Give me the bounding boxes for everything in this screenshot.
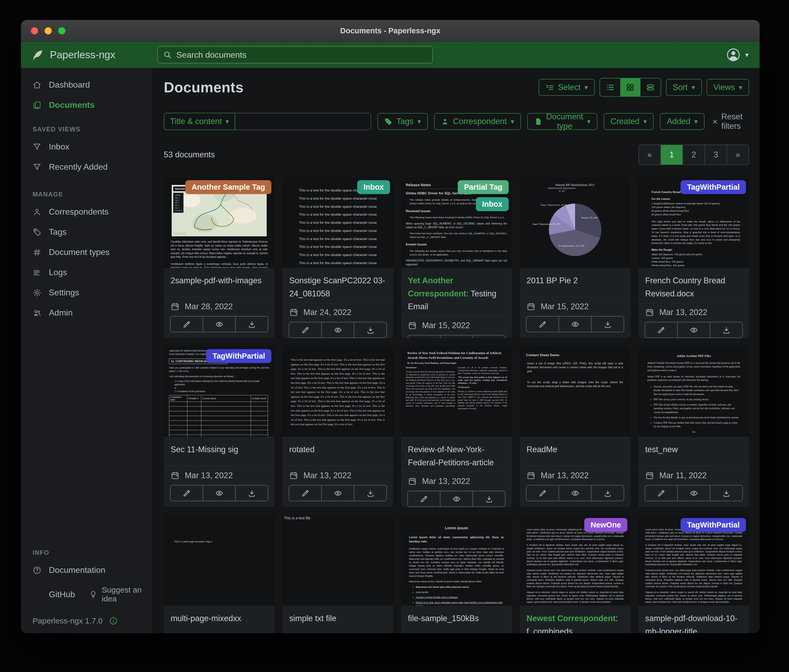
edit-document-button[interactable] <box>645 485 678 501</box>
download-document-button[interactable] <box>236 485 268 501</box>
card-thumbnail[interactable]: This is a test file. <box>283 515 393 606</box>
card-thumbnail[interactable]: This is a test for the double space char… <box>283 177 393 268</box>
view-document-button[interactable] <box>678 485 710 501</box>
view-document-button[interactable] <box>322 485 355 501</box>
edit-document-button[interactable] <box>407 491 441 507</box>
card-title[interactable]: test_new <box>638 437 749 466</box>
zoom-window-button[interactable] <box>58 27 65 34</box>
tag-badge[interactable]: Partial Tag <box>458 180 509 194</box>
card-title[interactable]: Yet Another Correspondent: Testing Email <box>401 268 512 316</box>
card-thumbnail[interactable]: Boundary Waters TripLegend Day 1 Day 2 D… <box>164 177 275 268</box>
card-correspondent[interactable]: Yet Another Correspondent <box>408 276 466 298</box>
page-3[interactable]: 3 <box>704 145 727 164</box>
filter-document-type-button[interactable]: Document type▾ <box>527 113 597 130</box>
view-document-button[interactable] <box>441 491 473 507</box>
document-card[interactable]: Adobe Acrobat PDF FilesAdobe® Portable D… <box>638 346 749 507</box>
view-document-button[interactable] <box>203 485 236 501</box>
card-title[interactable]: Newest Correspondent: f_combineds <box>520 606 631 633</box>
card-title[interactable]: sample-pdf-download-10-mb-longer-title <box>638 606 749 633</box>
filter-added-button[interactable]: Added▾ <box>660 113 704 130</box>
tag-badge[interactable]: TagWithPartial <box>680 180 746 194</box>
edit-document-button[interactable] <box>170 316 203 332</box>
edit-document-button[interactable] <box>170 485 203 501</box>
document-card[interactable]: This is a test file.simple txt file <box>283 515 393 633</box>
card-thumbnail[interactable]: This is the text that appears on the fir… <box>283 346 393 437</box>
tag-badge[interactable]: NewOne <box>584 518 627 532</box>
document-card[interactable]: Contact Sheet DemoGiven a set of image f… <box>520 346 631 507</box>
card-title[interactable]: Sec 11-Missing sig <box>164 437 275 466</box>
card-title[interactable]: French Country Bread Revised.docx <box>638 268 749 303</box>
document-card[interactable]: Lorem ipsum dolor sit amet, consectetur … <box>520 515 631 633</box>
tag-badge[interactable]: Another Sample Tag <box>185 180 272 194</box>
view-detail-button[interactable] <box>640 78 661 96</box>
view-document-button[interactable] <box>559 485 592 501</box>
download-document-button[interactable] <box>473 491 506 507</box>
sidebar-item-tags[interactable]: Tags <box>21 222 152 242</box>
card-title[interactable]: ReadMe <box>520 437 631 466</box>
sort-button[interactable]: Sort ▾ <box>666 79 702 96</box>
sidebar-item-github[interactable]: GitHub <box>21 584 78 605</box>
tag-badge[interactable]: TagWithPartial <box>206 349 272 363</box>
download-document-button[interactable] <box>355 322 387 338</box>
edit-document-button[interactable] <box>289 485 322 501</box>
edit-document-button[interactable] <box>526 485 559 501</box>
download-document-button[interactable] <box>592 485 624 501</box>
sidebar-item-admin[interactable]: Admin <box>21 303 152 323</box>
tag-badge[interactable]: Inbox <box>357 180 390 194</box>
reset-filters-button[interactable]: × Reset filters <box>712 112 749 131</box>
title-content-dropdown[interactable]: Title & content ▾ <box>164 113 235 130</box>
edit-document-button[interactable] <box>289 322 322 338</box>
download-document-button[interactable] <box>710 485 743 501</box>
card-thumbnail[interactable]: French Country BreadFor the Leaven1 heap… <box>638 177 749 268</box>
card-title[interactable]: Sonstige ScanPC2022 03-24_081058 <box>283 268 393 303</box>
download-document-button[interactable] <box>355 485 387 501</box>
document-card[interactable]: Release NotesSimba ODBC Driver for SQL S… <box>401 177 512 338</box>
document-card[interactable]: This is the text that appears on the fir… <box>283 346 393 507</box>
page-2[interactable]: 2 <box>682 145 704 164</box>
card-thumbnail[interactable]: Release NotesSimba ODBC Driver for SQL S… <box>401 177 512 268</box>
filter-tags-button[interactable]: Tags▾ <box>377 113 428 130</box>
document-card[interactable]: Review of New York Federal Petitions for… <box>401 346 512 507</box>
search-input[interactable] <box>176 50 427 60</box>
view-document-button[interactable] <box>203 316 236 332</box>
card-thumbnail[interactable]: Contact Sheet DemoGiven a set of image f… <box>520 346 631 437</box>
card-correspondent[interactable]: Newest Correspondent <box>527 614 615 623</box>
view-document-button[interactable] <box>678 322 710 338</box>
download-document-button[interactable] <box>236 316 268 332</box>
edit-document-button[interactable] <box>407 335 441 338</box>
global-search[interactable] <box>158 46 433 64</box>
card-title[interactable]: simple txt file <box>283 606 393 633</box>
select-button[interactable]: Select ▾ <box>538 79 595 96</box>
views-button[interactable]: Views ▾ <box>707 79 749 96</box>
title-content-input[interactable] <box>235 113 371 130</box>
card-thumbnail[interactable]: Adobe Acrobat PDF FilesAdobe® Portable D… <box>638 346 749 437</box>
view-document-button[interactable] <box>322 322 355 338</box>
document-card[interactable]: This is a test for the double space char… <box>283 177 393 338</box>
document-card[interactable]: Boundary Waters TripLegend Day 1 Day 2 D… <box>164 177 275 338</box>
close-window-button[interactable] <box>31 27 38 34</box>
edit-document-button[interactable] <box>526 316 559 332</box>
sidebar-item-logs[interactable]: Logs <box>21 262 152 282</box>
page-1[interactable]: 1 <box>660 145 682 164</box>
sidebar-item-recently-added[interactable]: Recently Added <box>21 157 152 177</box>
filter-correspondent-button[interactable]: Correspondent▾ <box>434 113 521 130</box>
download-document-button[interactable] <box>592 316 624 332</box>
card-title[interactable]: multi-page-mixedxx <box>164 606 275 633</box>
view-list-button[interactable] <box>600 78 620 96</box>
view-grid-button[interactable] <box>620 78 640 96</box>
sidebar-item-document-types[interactable]: Document types <box>21 242 152 262</box>
tag-badge[interactable]: Inbox <box>476 197 509 211</box>
sidebar-item-documents[interactable]: Documents <box>21 95 152 115</box>
sidebar-item-correspondents[interactable]: Correspondents <box>21 202 152 222</box>
sidebar-item-documentation[interactable]: Documentation <box>21 560 152 580</box>
card-title[interactable]: 2sample-pdf-with-images <box>164 268 275 297</box>
document-card[interactable]: Lorem ipsumLorem ipsum dolor sit amet, c… <box>401 515 512 633</box>
sidebar-item-settings[interactable]: Settings <box>21 282 152 303</box>
card-thumbnail[interactable]: Patient BP Distribution 2011Normal, 151,… <box>520 177 631 268</box>
minimize-window-button[interactable] <box>45 27 52 34</box>
document-card[interactable]: This is a multi page document. Page 1.mu… <box>164 515 275 633</box>
card-thumbnail[interactable]: This is a multi page document. Page 1. <box>164 515 275 606</box>
card-thumbnail[interactable]: Lorem ipsumLorem ipsum dolor sit amet, c… <box>401 515 512 606</box>
card-thumbnail[interactable]: Lorem ipsum dolor sit amet, consectetur … <box>520 515 631 606</box>
card-thumbnail[interactable]: Lorem ipsum dolor sit amet, consectetur … <box>638 515 749 606</box>
